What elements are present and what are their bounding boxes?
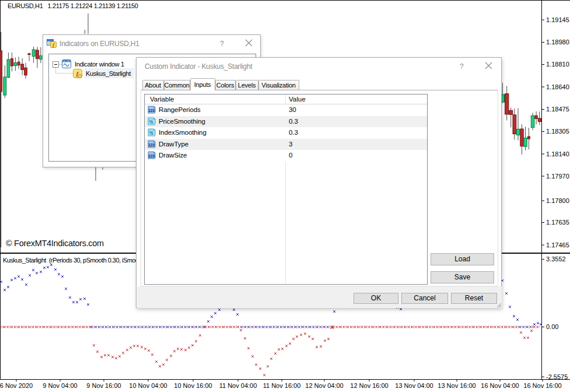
svg-text:½: ½ [149,130,153,136]
svg-text:½: ½ [149,118,153,124]
svg-text:123: 123 [148,142,155,147]
svg-text:123: 123 [148,153,155,159]
svg-text:123: 123 [148,108,155,113]
